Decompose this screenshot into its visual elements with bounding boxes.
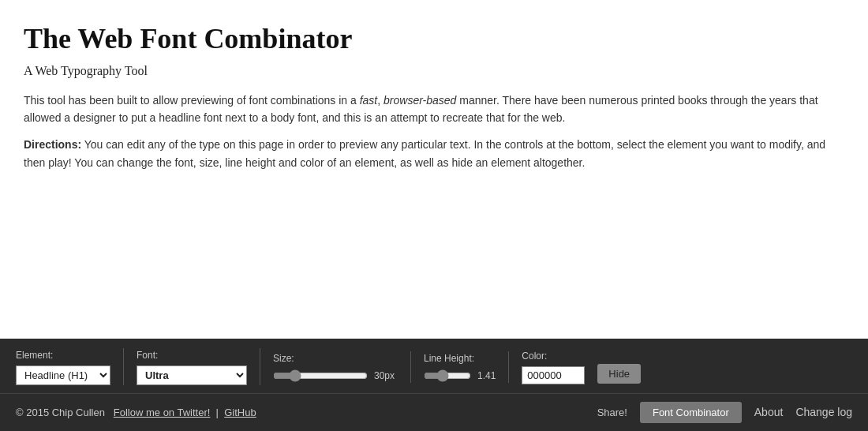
lineheight-slider[interactable] — [424, 369, 471, 382]
footer: © 2015 Chip Cullen Follow me on Twitter!… — [0, 393, 868, 431]
element-select[interactable]: Headline (H1) Subheadline (H2) Body — [16, 365, 110, 385]
description: This tool has been built to allow previe… — [24, 92, 829, 127]
controls-bar: Element: Headline (H1) Subheadline (H2) … — [0, 339, 868, 393]
copyright: © 2015 Chip Cullen — [16, 407, 105, 418]
github-link[interactable]: GitHub — [224, 407, 256, 418]
font-label: Font: — [137, 348, 247, 362]
page-title: The Web Font Combinator — [24, 24, 829, 55]
lineheight-label: Line Height: — [424, 351, 496, 365]
about-link[interactable]: About — [754, 404, 784, 421]
footer-left: © 2015 Chip Cullen Follow me on Twitter!… — [16, 405, 256, 421]
twitter-link[interactable]: Follow me on Twitter! — [114, 407, 211, 418]
directions: Directions: You can edit any of the type… — [24, 136, 829, 171]
size-slider[interactable] — [273, 369, 368, 382]
hide-button[interactable]: Hide — [597, 364, 641, 384]
size-row: 30px — [273, 369, 398, 383]
font-combinator-button[interactable]: Font Combinator — [640, 402, 742, 423]
directions-label: Directions: — [24, 138, 81, 151]
size-group: Size: 30px — [273, 351, 411, 383]
main-content: The Web Font Combinator A Web Typography… — [0, 0, 852, 339]
size-value: 30px — [374, 369, 398, 383]
color-group: Color: — [522, 349, 585, 384]
color-input[interactable] — [522, 366, 585, 384]
element-label: Element: — [16, 348, 110, 362]
color-label: Color: — [522, 349, 585, 363]
changelog-link[interactable]: Change log — [795, 404, 852, 421]
element-group: Element: Headline (H1) Subheadline (H2) … — [16, 348, 124, 385]
directions-text: You can edit any of the type on this pag… — [24, 138, 825, 168]
lineheight-value: 1.41 — [477, 369, 496, 383]
font-group: Font: Ultra Georgia Arial — [137, 348, 260, 385]
size-label: Size: — [273, 351, 398, 365]
footer-right: Share! Font Combinator About Change log — [597, 402, 852, 423]
share-label: Share! — [597, 405, 627, 421]
font-select[interactable]: Ultra Georgia Arial — [137, 365, 247, 385]
subtitle: A Web Typography Tool — [24, 62, 829, 81]
lineheight-row: 1.41 — [424, 369, 496, 383]
lineheight-group: Line Height: 1.41 — [424, 351, 509, 383]
